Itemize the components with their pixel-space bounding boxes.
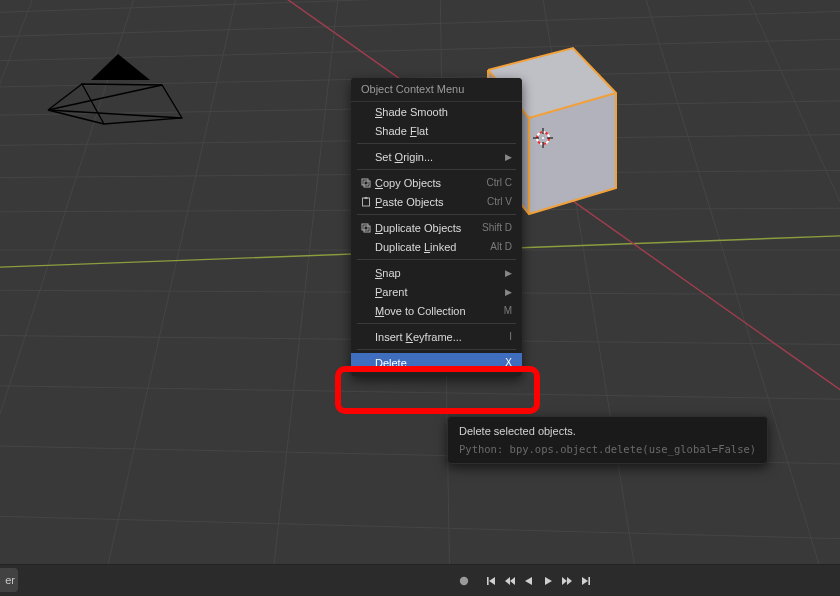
svg-rect-60 [588, 577, 590, 585]
menu-shade-smooth[interactable]: Shade Smooth [351, 102, 522, 121]
shortcut: M [504, 305, 512, 316]
menu-shade-flat[interactable]: Shade Flat [351, 121, 522, 140]
submenu-arrow-icon: ▶ [505, 152, 512, 162]
viewport-3d[interactable]: Object Context Menu Shade Smooth Shade F… [0, 0, 840, 564]
menu-label: Duplicate Linked [375, 241, 490, 253]
menu-parent[interactable]: Parent ▶ [351, 282, 522, 301]
shortcut: I [509, 331, 512, 342]
shortcut: Alt D [490, 241, 512, 252]
menu-label: Insert Keyframe... [375, 331, 509, 343]
menu-label: Set Origin... [375, 151, 501, 163]
svg-marker-57 [562, 577, 567, 585]
menu-insert-keyframe[interactable]: Insert Keyframe... I [351, 327, 522, 346]
svg-rect-45 [364, 181, 370, 187]
svg-rect-44 [362, 179, 368, 185]
shortcut: Ctrl V [487, 196, 512, 207]
svg-marker-55 [525, 577, 532, 585]
menu-paste-objects[interactable]: Paste Objects Ctrl V [351, 192, 522, 211]
svg-marker-31 [91, 54, 150, 80]
svg-rect-48 [362, 224, 368, 230]
menu-snap[interactable]: Snap ▶ [351, 263, 522, 282]
timeline-left-tab[interactable]: er [0, 568, 18, 592]
paste-icon [357, 196, 375, 208]
jump-next-keyframe-button[interactable] [557, 571, 576, 590]
submenu-arrow-icon: ▶ [505, 287, 512, 297]
play-reverse-button[interactable] [519, 571, 538, 590]
svg-marker-54 [510, 577, 515, 585]
menu-label: Parent [375, 286, 501, 298]
tooltip-python: Python: bpy.ops.object.delete(use_global… [459, 443, 756, 455]
jump-to-end-button[interactable] [576, 571, 595, 590]
svg-marker-32 [82, 84, 182, 124]
menu-set-origin[interactable]: Set Origin... ▶ [351, 147, 522, 166]
menu-title: Object Context Menu [351, 78, 522, 102]
menu-label: Duplicate Objects [375, 222, 482, 234]
svg-line-13 [0, 0, 840, 14]
svg-marker-52 [489, 577, 495, 585]
menu-separator [357, 169, 516, 170]
auto-keying-button[interactable] [454, 571, 473, 590]
svg-line-5 [0, 515, 840, 540]
jump-to-start-button[interactable] [481, 571, 500, 590]
shortcut: X [505, 357, 512, 368]
menu-duplicate-linked[interactable]: Duplicate Linked Alt D [351, 237, 522, 256]
menu-move-to-collection[interactable]: Move to Collection M [351, 301, 522, 320]
menu-separator [357, 259, 516, 260]
menu-label: Paste Objects [375, 196, 487, 208]
object-context-menu: Object Context Menu Shade Smooth Shade F… [351, 78, 522, 376]
menu-label: Shade Flat [375, 125, 512, 137]
submenu-arrow-icon: ▶ [505, 268, 512, 278]
menu-separator [357, 323, 516, 324]
svg-line-17 [270, 0, 340, 564]
jump-prev-keyframe-button[interactable] [500, 571, 519, 590]
tooltip-text: Delete selected objects. [459, 425, 756, 437]
duplicate-icon [357, 222, 375, 234]
svg-line-21 [740, 0, 840, 564]
menu-label: Snap [375, 267, 501, 279]
svg-rect-49 [364, 226, 370, 232]
svg-line-3 [0, 385, 840, 400]
play-button[interactable] [538, 571, 557, 590]
timeline-bar: er [0, 564, 840, 596]
svg-point-50 [459, 576, 467, 584]
cursor-3d-icon [531, 126, 555, 150]
shortcut: Shift D [482, 222, 512, 233]
menu-delete[interactable]: Delete X [351, 353, 522, 372]
menu-separator [357, 349, 516, 350]
shortcut: Ctrl C [486, 177, 512, 188]
svg-line-20 [640, 0, 830, 564]
menu-copy-objects[interactable]: Copy Objects Ctrl C [351, 173, 522, 192]
svg-marker-59 [582, 577, 588, 585]
menu-duplicate-objects[interactable]: Duplicate Objects Shift D [351, 218, 522, 237]
tooltip: Delete selected objects. Python: bpy.ops… [447, 416, 768, 464]
svg-line-14 [0, 0, 40, 564]
menu-label: Move to Collection [375, 305, 504, 317]
menu-label: Delete [375, 357, 505, 369]
svg-marker-53 [505, 577, 510, 585]
menu-separator [357, 143, 516, 144]
svg-point-43 [542, 137, 544, 139]
copy-icon [357, 177, 375, 189]
svg-rect-47 [365, 197, 368, 199]
menu-label: Copy Objects [375, 177, 486, 189]
menu-separator [357, 214, 516, 215]
svg-marker-58 [567, 577, 572, 585]
menu-label: Shade Smooth [375, 106, 512, 118]
svg-rect-51 [487, 577, 489, 585]
camera-object[interactable] [46, 42, 226, 172]
playback-controls [454, 571, 595, 590]
svg-rect-46 [363, 198, 370, 206]
svg-line-35 [48, 110, 182, 118]
svg-marker-56 [545, 577, 552, 585]
